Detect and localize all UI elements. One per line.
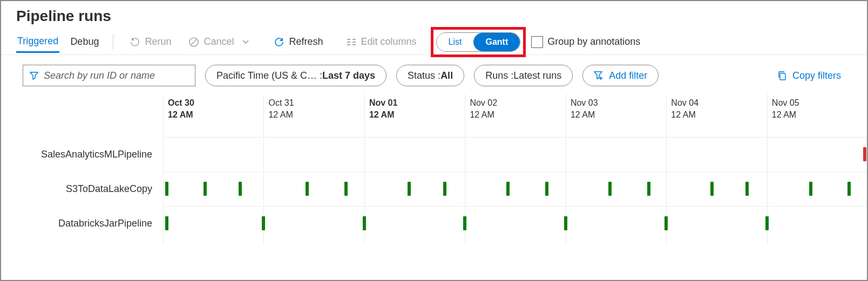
filter-status-value: All [440, 70, 453, 81]
edit-columns-button[interactable]: Edit columns [343, 34, 420, 50]
run-marker[interactable] [564, 216, 567, 230]
svg-rect-10 [780, 73, 785, 80]
pipeline-row-label[interactable]: S3ToDataLakeCopy [1, 172, 152, 206]
run-marker[interactable] [809, 182, 812, 196]
tab-debug[interactable]: Debug [69, 32, 100, 52]
timeline-column-header: Oct 3112 AM [268, 97, 294, 121]
filter-runs-value: Latest runs [513, 70, 561, 81]
run-marker[interactable] [664, 216, 668, 230]
filter-runs-label: Runs : [485, 70, 513, 81]
run-marker[interactable] [863, 147, 866, 161]
add-filter-button[interactable]: Add filter [582, 65, 659, 86]
run-marker[interactable] [765, 216, 769, 230]
cancel-button[interactable]: Cancel [185, 34, 254, 50]
filter-status[interactable]: Status : All [396, 65, 464, 86]
filter-timerange-value: Last 7 days [322, 70, 375, 81]
run-marker[interactable] [647, 182, 650, 196]
search-input[interactable]: Search by run ID or name [23, 65, 195, 86]
view-toggle-list[interactable]: List [437, 33, 474, 51]
search-placeholder: Search by run ID or name [44, 70, 155, 81]
run-marker[interactable] [204, 182, 207, 196]
refresh-icon [274, 37, 284, 47]
copy-filters-button[interactable]: Copy filters [777, 70, 852, 81]
copy-icon [777, 71, 787, 80]
refresh-label: Refresh [289, 36, 323, 47]
add-filter-label: Add filter [609, 70, 647, 81]
run-marker[interactable] [710, 182, 714, 196]
timeline-column-header: Nov 0412 AM [671, 97, 699, 121]
view-toggle-gantt[interactable]: Gantt [473, 33, 520, 51]
view-toggle: List Gantt [436, 32, 521, 52]
pipeline-runs-panel: Pipeline runs Triggered Debug Rerun Canc… [0, 0, 868, 281]
toolbar: Triggered Debug Rerun Cancel Refresh [1, 29, 867, 55]
timeline-column-header: Nov 0312 AM [571, 97, 598, 121]
run-marker[interactable] [363, 216, 366, 230]
gantt-chart: SalesAnalyticsMLPipelineS3ToDataLakeCopy… [1, 94, 867, 256]
gantt-timeline[interactable]: Oct 3012 AMOct 3112 AMNov 0112 AMNov 021… [163, 94, 867, 245]
run-marker[interactable] [443, 182, 446, 196]
timeline-column-header: Oct 3012 AM [168, 97, 194, 121]
edit-columns-label: Edit columns [361, 36, 417, 47]
run-marker[interactable] [306, 182, 309, 196]
filter-timerange[interactable]: Pacific Time (US & C… : Last 7 days [205, 65, 386, 86]
filter-timerange-label: Pacific Time (US & C… : [216, 70, 322, 81]
rerun-icon [130, 37, 140, 47]
chevron-down-icon [240, 37, 251, 47]
filter-status-label: Status : [408, 70, 440, 81]
pipeline-row [163, 137, 867, 172]
run-marker[interactable] [239, 182, 242, 196]
page-title: Pipeline runs [1, 1, 867, 29]
pipeline-row-label[interactable]: DatabricksJarPipeline [1, 206, 152, 241]
run-marker[interactable] [262, 216, 265, 230]
run-marker[interactable] [165, 182, 168, 196]
timeline-column-header: Nov 0112 AM [369, 97, 397, 121]
checkbox-icon [531, 36, 543, 48]
run-marker[interactable] [344, 182, 348, 196]
svg-line-1 [191, 39, 196, 45]
tab-triggered[interactable]: Triggered [16, 31, 59, 53]
timeline-column-header: Nov 0512 AM [772, 97, 799, 121]
divider [113, 35, 113, 50]
refresh-button[interactable]: Refresh [270, 34, 326, 50]
run-marker[interactable] [463, 216, 466, 230]
run-marker[interactable] [545, 182, 548, 196]
filter-icon [30, 71, 38, 80]
group-by-label: Group by annotations [547, 36, 640, 47]
run-marker[interactable] [847, 182, 851, 196]
run-marker[interactable] [165, 216, 168, 230]
cancel-icon [188, 37, 199, 47]
add-filter-icon [594, 71, 603, 80]
pipeline-row [163, 206, 867, 241]
rerun-button[interactable]: Rerun [126, 34, 174, 50]
run-marker[interactable] [506, 182, 510, 196]
copy-filters-label: Copy filters [792, 70, 841, 81]
pipeline-row [163, 172, 867, 206]
timeline-column-header: Nov 0212 AM [470, 97, 497, 121]
group-by-annotations-checkbox[interactable]: Group by annotations [531, 36, 640, 48]
run-marker[interactable] [608, 182, 612, 196]
gantt-row-labels: SalesAnalyticsMLPipelineS3ToDataLakeCopy… [1, 94, 163, 241]
run-marker[interactable] [745, 182, 749, 196]
view-tabs: Triggered Debug [16, 31, 100, 53]
pipeline-row-label[interactable]: SalesAnalyticsMLPipeline [1, 137, 152, 172]
rerun-label: Rerun [145, 36, 171, 47]
cancel-label: Cancel [204, 36, 234, 47]
run-marker[interactable] [408, 182, 411, 196]
filter-runs[interactable]: Runs : Latest runs [474, 65, 573, 86]
filter-bar: Search by run ID or name Pacific Time (U… [1, 55, 867, 94]
columns-icon [346, 37, 357, 47]
